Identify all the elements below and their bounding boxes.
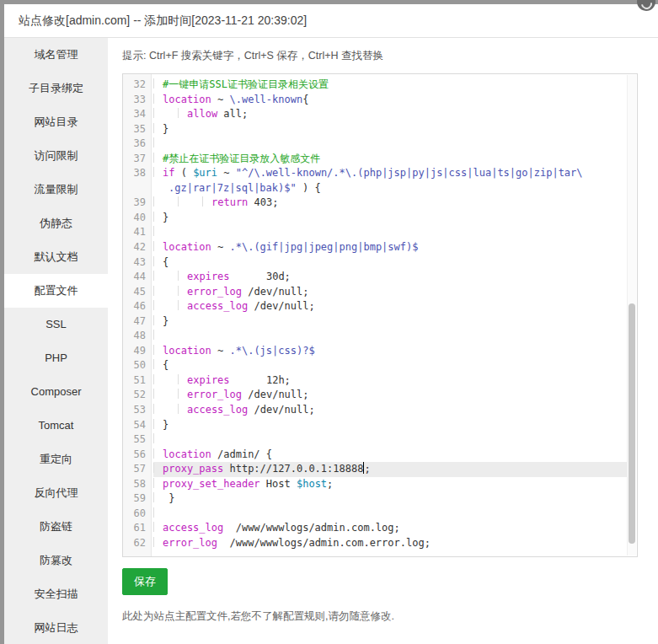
- code-line[interactable]: }: [153, 314, 627, 330]
- indent-guide: [153, 463, 163, 473]
- indent-guide: [153, 286, 178, 296]
- code-line[interactable]: if ( $uri ~ "^/\.well-known/.*\.(php|jsp…: [153, 166, 627, 181]
- sidebar-item-10[interactable]: Composer: [4, 375, 108, 409]
- sidebar-item-8[interactable]: SSL: [4, 308, 108, 341]
- sidebar-item-4[interactable]: 流量限制: [4, 173, 108, 207]
- code-line[interactable]: }: [153, 122, 627, 137]
- line-number: 32: [123, 78, 151, 93]
- code-line[interactable]: [153, 329, 627, 344]
- indent-guide: [178, 374, 187, 384]
- sidebar-item-17[interactable]: 网站日志: [4, 611, 108, 644]
- code-line[interactable]: error_log /dev/null;: [153, 388, 627, 403]
- indent-guide: [153, 196, 178, 207]
- line-number: 36: [123, 137, 151, 152]
- sidebar-item-12[interactable]: 重定向: [4, 443, 108, 476]
- code-line[interactable]: [153, 432, 627, 448]
- indent-guide: [178, 404, 187, 414]
- code-line[interactable]: {: [153, 255, 627, 271]
- code-line-active[interactable]: proxy_pass http://127.0.0.1:18888;: [153, 462, 627, 477]
- dialog-body: 域名管理子目录绑定网站目录访问限制流量限制伪静态默认文档配置文件SSLPHPCo…: [4, 38, 658, 644]
- code-line[interactable]: #禁止在证书验证目录放入敏感文件: [153, 152, 627, 167]
- code-line[interactable]: [153, 507, 627, 522]
- sidebar-item-11[interactable]: Tomcat: [4, 409, 108, 443]
- site-modify-dialog: 站点修改[admin.com] -- 添加时间[2023-11-21 20:39…: [4, 4, 658, 644]
- indent-guide: [153, 492, 163, 502]
- code-line[interactable]: {: [153, 358, 627, 373]
- indent-guide: [153, 507, 163, 518]
- code-line[interactable]: error_log /www/wwwlogs/admin.com.error.l…: [153, 536, 627, 551]
- editor-hint-text: 提示: Ctrl+F 搜索关键字，Ctrl+S 保存，Ctrl+H 查找替换: [122, 49, 644, 63]
- indent-guide: [178, 389, 187, 399]
- indent-guide: [153, 404, 178, 414]
- code-line[interactable]: error_log /dev/null;: [153, 285, 627, 300]
- indent-guide: [153, 137, 163, 148]
- code-line[interactable]: location ~ .*\.(gif|jpg|jpeg|png|bmp|swf…: [153, 240, 627, 255]
- code-line[interactable]: }: [153, 418, 627, 433]
- code-line[interactable]: }: [153, 491, 627, 507]
- sidebar-item-15[interactable]: 防篡改: [4, 544, 108, 577]
- indent-guide: [153, 389, 178, 399]
- indent-guide: [178, 271, 187, 281]
- line-number: 60: [123, 507, 151, 522]
- sidebar-item-7[interactable]: 配置文件: [4, 274, 108, 308]
- indent-guide: [153, 315, 163, 325]
- code-line[interactable]: proxy_set_header Host $host;: [153, 477, 627, 492]
- line-number: 33: [123, 93, 151, 108]
- indent-guide: [153, 433, 163, 443]
- code-line[interactable]: [153, 137, 627, 152]
- indent-guide: [153, 153, 163, 163]
- code-line[interactable]: location ~ \.well-known{: [153, 93, 627, 108]
- sidebar-item-16[interactable]: 安全扫描: [4, 577, 108, 611]
- line-number: 42: [123, 240, 151, 255]
- save-button[interactable]: 保存: [122, 568, 168, 595]
- indent-guide: [153, 123, 163, 133]
- code-line[interactable]: access_log /dev/null;: [153, 403, 627, 418]
- code-line[interactable]: location /admin/ {: [153, 448, 627, 463]
- sidebar-item-2[interactable]: 网站目录: [4, 105, 108, 139]
- sidebar-item-0[interactable]: 域名管理: [4, 38, 108, 72]
- line-number: 45: [123, 285, 151, 300]
- code-line[interactable]: }: [153, 211, 627, 226]
- sidebar-item-1[interactable]: 子目录绑定: [4, 72, 108, 105]
- line-number: 34: [123, 107, 151, 122]
- indent-guide: [153, 226, 163, 236]
- line-number: 55: [123, 432, 151, 448]
- indent-guide: [153, 78, 163, 89]
- sidebar-item-5[interactable]: 伪静态: [4, 207, 108, 240]
- code-line[interactable]: [153, 225, 627, 240]
- editor-scrollbar[interactable]: [627, 75, 636, 555]
- line-number: 53: [123, 403, 151, 418]
- indent-guide: [153, 419, 163, 429]
- code-line[interactable]: .gz|rar|7z|sql|bak)$" ) {: [153, 181, 627, 196]
- indent-guide: [153, 478, 163, 488]
- editor-code-area[interactable]: #一键申请SSL证书验证目录相关设置location ~ \.well-know…: [152, 74, 637, 556]
- code-line[interactable]: location ~ .*\.(js|css)?$: [153, 344, 627, 359]
- indent-guide: [153, 94, 163, 104]
- indent-guide: [178, 300, 187, 310]
- indent-guide: [153, 345, 163, 355]
- code-line[interactable]: access_log /dev/null;: [153, 299, 627, 314]
- code-line[interactable]: access_log /www/wwwlogs/admin.com.log;: [153, 521, 627, 536]
- sidebar-item-13[interactable]: 反向代理: [4, 476, 108, 510]
- indent-guide: [153, 374, 178, 384]
- editor-scrollbar-thumb[interactable]: [629, 303, 635, 544]
- indent-guide: [178, 196, 202, 207]
- sidebar-item-3[interactable]: 访问限制: [4, 139, 108, 173]
- code-line[interactable]: expires 30d;: [153, 270, 627, 285]
- indent-guide: [153, 522, 163, 532]
- line-number: 48: [123, 329, 151, 344]
- sidebar-item-9[interactable]: PHP: [4, 341, 108, 375]
- line-number: 50: [123, 358, 151, 373]
- code-line[interactable]: return 403;: [153, 196, 627, 211]
- line-number: 35: [123, 122, 151, 137]
- code-line[interactable]: allow all;: [153, 107, 627, 122]
- line-number: 61: [123, 521, 151, 536]
- line-number: 41: [123, 225, 151, 240]
- config-editor[interactable]: 3233343536373839404142434445464748495051…: [122, 73, 638, 557]
- sidebar-item-6[interactable]: 默认文档: [4, 240, 108, 274]
- indent-guide: [153, 359, 163, 369]
- line-number: 62: [123, 536, 151, 551]
- code-line[interactable]: #一键申请SSL证书验证目录相关设置: [153, 78, 627, 93]
- sidebar-item-14[interactable]: 防盗链: [4, 510, 108, 544]
- code-line[interactable]: expires 12h;: [153, 373, 627, 389]
